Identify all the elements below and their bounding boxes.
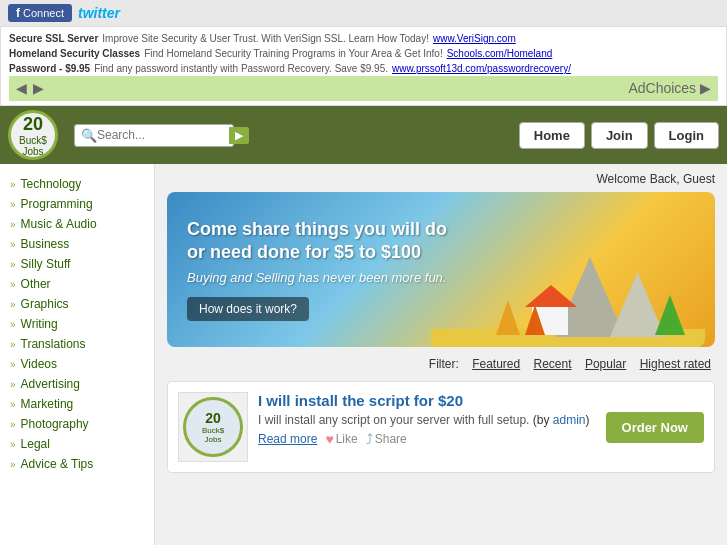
sidebar-item-advice---tips[interactable]: »Advice & Tips xyxy=(0,454,154,474)
ad-link-3[interactable]: www.prssoft13d.com/passwordrecovery/ xyxy=(392,61,571,76)
banner-subtext: Buying and Selling has never been more f… xyxy=(187,270,466,285)
filter-popular[interactable]: Popular xyxy=(585,357,626,371)
adchoices-label: AdChoices ▶ xyxy=(625,78,714,99)
sidebar: »Technology»Programming»Music & Audio»Bu… xyxy=(0,164,155,545)
sidebar-item-label: Programming xyxy=(21,197,93,211)
ad-desc-1: Improve Site Security & User Trust. With… xyxy=(102,31,429,46)
filter-recent[interactable]: Recent xyxy=(534,357,572,371)
logo: 20 Buck$ Jobs xyxy=(8,110,58,160)
order-now-button[interactable]: Order Now xyxy=(606,412,704,443)
banner-headline: Come share things you will do or need do… xyxy=(187,218,466,265)
sidebar-arrow-10: » xyxy=(10,379,16,390)
welcome-bar: Welcome Back, Guest xyxy=(167,172,715,186)
thumb-20: 20 xyxy=(202,410,224,426)
sidebar-arrow-4: » xyxy=(10,259,16,270)
nav-buttons: Home Join Login xyxy=(511,114,727,157)
sidebar-item-label: Other xyxy=(21,277,51,291)
tree-shape-2 xyxy=(496,300,520,335)
house-roof xyxy=(525,285,577,307)
ad-nav-next[interactable]: ▶ xyxy=(30,78,47,99)
facebook-icon: f xyxy=(16,6,20,20)
sidebar-arrow-7: » xyxy=(10,319,16,330)
listing-thumb-inner: 20 Buck$ Jobs xyxy=(183,397,243,457)
sidebar-item-label: Technology xyxy=(21,177,82,191)
listing-desc-text: I will install any script on your server… xyxy=(258,413,529,427)
filter-bar: Filter: Featured Recent Popular Highest … xyxy=(167,357,715,371)
sidebar-item-marketing[interactable]: »Marketing xyxy=(0,394,154,414)
tree-shape-1 xyxy=(655,295,685,335)
twitter-button[interactable]: twitter xyxy=(78,5,120,21)
ad-label-2: Homeland Security Classes xyxy=(9,46,140,61)
sidebar-item-advertising[interactable]: »Advertising xyxy=(0,374,154,394)
search-input[interactable] xyxy=(97,128,227,142)
filter-highest-rated[interactable]: Highest rated xyxy=(640,357,711,371)
sidebar-item-technology[interactable]: »Technology xyxy=(0,174,154,194)
sidebar-item-photography[interactable]: »Photography xyxy=(0,414,154,434)
sidebar-arrow-0: » xyxy=(10,179,16,190)
sidebar-item-other[interactable]: »Other xyxy=(0,274,154,294)
ad-link-2[interactable]: Schools.com/Homeland xyxy=(447,46,553,61)
search-icon: 🔍 xyxy=(81,128,97,143)
ad-row-3: Password - $9.95 Find any password insta… xyxy=(9,61,718,76)
sidebar-item-silly-stuff[interactable]: »Silly Stuff xyxy=(0,254,154,274)
listing-description: I will install any script on your server… xyxy=(258,413,596,427)
sidebar-arrow-14: » xyxy=(10,459,16,470)
listing-actions: Read more ♥ Like ⤴ Share xyxy=(258,431,596,447)
share-button[interactable]: ⤴ Share xyxy=(366,431,407,447)
thumb-jobs: Jobs xyxy=(202,435,224,444)
search-box: 🔍 ▶ xyxy=(74,124,234,147)
banner-scene xyxy=(431,192,705,347)
ad-label-3: Password - $9.95 xyxy=(9,61,90,76)
sidebar-item-writing[interactable]: »Writing xyxy=(0,314,154,334)
sidebar-item-label: Advice & Tips xyxy=(21,457,94,471)
sidebar-item-label: Videos xyxy=(21,357,57,371)
top-bar: f Connect twitter xyxy=(0,0,727,26)
filter-label: Filter: xyxy=(429,357,459,371)
sidebar-arrow-13: » xyxy=(10,439,16,450)
listing-title[interactable]: I will install the script for $20 xyxy=(258,392,596,409)
sidebar-item-programming[interactable]: »Programming xyxy=(0,194,154,214)
sidebar-item-label: Marketing xyxy=(21,397,74,411)
sidebar-item-translations[interactable]: »Translations xyxy=(0,334,154,354)
ad-link-1[interactable]: www.VeriSign.com xyxy=(433,31,516,46)
sidebar-item-label: Legal xyxy=(21,437,50,451)
sidebar-arrow-8: » xyxy=(10,339,16,350)
sidebar-item-label: Translations xyxy=(21,337,86,351)
heart-icon: ♥ xyxy=(325,431,333,447)
sidebar-item-graphics[interactable]: »Graphics xyxy=(0,294,154,314)
like-button[interactable]: ♥ Like xyxy=(325,431,357,447)
sidebar-item-label: Advertising xyxy=(21,377,80,391)
listing-thumbnail: 20 Buck$ Jobs xyxy=(178,392,248,462)
logo-area: 20 Buck$ Jobs xyxy=(0,106,66,164)
login-button[interactable]: Login xyxy=(654,122,719,149)
sidebar-item-label: Writing xyxy=(21,317,58,331)
listing-content: I will install the script for $20 I will… xyxy=(258,392,596,447)
home-button[interactable]: Home xyxy=(519,122,585,149)
share-label: Share xyxy=(375,432,407,446)
ad-nav-prev[interactable]: ◀ xyxy=(13,78,30,99)
facebook-connect-button[interactable]: f Connect xyxy=(8,4,72,22)
ad-bar: Secure SSL Server Improve Site Security … xyxy=(0,26,727,106)
banner: Come share things you will do or need do… xyxy=(167,192,715,347)
listing-by: (by admin) xyxy=(533,413,590,427)
filter-featured[interactable]: Featured xyxy=(472,357,520,371)
sidebar-item-legal[interactable]: »Legal xyxy=(0,434,154,454)
how-does-it-work-button[interactable]: How does it work? xyxy=(187,297,309,321)
facebook-connect-label: Connect xyxy=(23,7,64,19)
share-icon: ⤴ xyxy=(366,431,373,447)
sidebar-item-label: Photography xyxy=(21,417,89,431)
sidebar-item-videos[interactable]: »Videos xyxy=(0,354,154,374)
search-go-button[interactable]: ▶ xyxy=(229,127,249,144)
sidebar-item-business[interactable]: »Business xyxy=(0,234,154,254)
listing-author-link[interactable]: admin xyxy=(553,413,586,427)
ad-desc-3: Find any password instantly with Passwor… xyxy=(94,61,388,76)
logo-bucks: Buck$ xyxy=(19,135,47,146)
join-button[interactable]: Join xyxy=(591,122,648,149)
logo-20: 20 xyxy=(19,114,47,135)
welcome-text: Welcome Back, Guest xyxy=(597,172,716,186)
sidebar-item-label: Business xyxy=(21,237,70,251)
sidebar-arrow-11: » xyxy=(10,399,16,410)
ad-desc-2: Find Homeland Security Training Programs… xyxy=(144,46,443,61)
read-more-link[interactable]: Read more xyxy=(258,432,317,446)
sidebar-item-music---audio[interactable]: »Music & Audio xyxy=(0,214,154,234)
